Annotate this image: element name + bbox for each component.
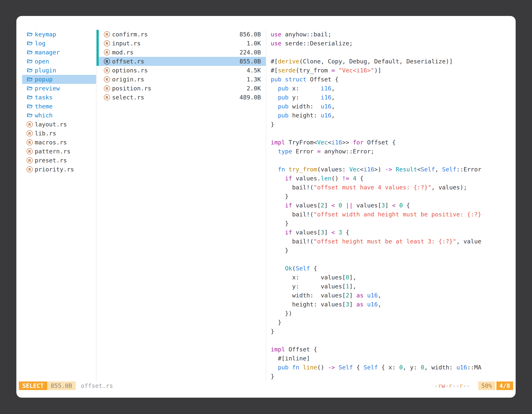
sidebar-item-label: theme (35, 103, 53, 110)
code-line: bail!("offset height must be at least 3:… (271, 237, 516, 246)
selection-marker (96, 48, 99, 57)
file-size: 489.0B (239, 94, 261, 101)
sidebar-item-layout.rs[interactable]: Rlayout.rs (22, 120, 96, 129)
file-name: position.rs (112, 85, 151, 92)
code-line: pub x: i16, (271, 84, 516, 93)
code-line: impl Offset { (271, 345, 516, 354)
status-bar: SELECT 855.0B offset.rs -rw-r--r-- 50% 4… (19, 381, 513, 391)
folder-icon (27, 94, 33, 100)
selection-marker (96, 30, 99, 39)
code-line: x: values[0], (271, 273, 516, 282)
selection-marker (96, 39, 99, 48)
code-line: #[derive(Clone, Copy, Debug, Default, De… (271, 57, 516, 66)
file-name: origin.rs (112, 76, 144, 83)
folder-icon (27, 112, 33, 118)
sidebar-item-label: priority.rs (35, 166, 74, 173)
code-line: if values[2] < 0 || values[3] < 0 { (271, 201, 516, 210)
sidebar-item-label: manager (35, 49, 60, 56)
code-line: } (271, 192, 516, 201)
parent-pane: keymaplogmanageropenpluginpopuppreviewta… (16, 30, 96, 381)
folder-icon (27, 31, 33, 38)
sidebar-item-macros.rs[interactable]: Rmacros.rs (22, 138, 96, 147)
code-line: use anyhow::bail; (271, 30, 516, 39)
file-size: 224.0B (239, 49, 261, 56)
folder-icon (27, 58, 33, 64)
code-line (271, 255, 516, 264)
sidebar-item-manager[interactable]: manager (22, 48, 96, 57)
sidebar-item-keymap[interactable]: keymap (22, 30, 96, 39)
rust-icon: R (104, 76, 110, 82)
preview-pane: use anyhow::bail;use serde::Deserialize;… (266, 30, 516, 381)
code-line (271, 336, 516, 345)
file-row-select.rs[interactable]: Rselect.rs489.0B (96, 93, 266, 102)
sidebar-item-label: log (35, 40, 45, 47)
desktop-background: { "left_pane": { "items": [ {"label":"ke… (0, 0, 532, 414)
sidebar-item-tasks[interactable]: tasks (22, 93, 96, 102)
sidebar-item-label: preview (35, 85, 60, 92)
sidebar-item-plugin[interactable]: plugin (22, 66, 96, 75)
file-row-options.rs[interactable]: Roptions.rs4.5K (96, 66, 266, 75)
code-line: } (271, 327, 516, 336)
sidebar-item-theme[interactable]: theme (22, 102, 96, 111)
selection-marker (96, 57, 99, 66)
mode-badge: SELECT (19, 382, 47, 390)
sidebar-item-open[interactable]: open (22, 57, 96, 66)
sidebar-item-which[interactable]: which (22, 111, 96, 120)
folder-icon (27, 40, 33, 47)
code-line: width: values[2] as u16, (271, 291, 516, 300)
rust-icon: R (27, 148, 33, 154)
file-size: 855.0B (239, 58, 261, 65)
rust-icon: R (27, 121, 33, 127)
code-line: impl TryFrom<Vec<i16>> for Offset { (271, 138, 516, 147)
file-row-offset.rs[interactable]: Roffset.rs855.0B (96, 57, 266, 66)
file-row-mod.rs[interactable]: Rmod.rs224.0B (96, 48, 266, 57)
file-name: confirm.rs (112, 31, 148, 38)
code-line (271, 156, 516, 165)
code-line: pub y: i16, (271, 93, 516, 102)
code-line: } (271, 318, 516, 327)
code-line: } (271, 219, 516, 228)
code-line: pub height: u16, (271, 111, 516, 120)
rust-icon: R (27, 130, 33, 136)
code-line: height: values[3] as u16, (271, 300, 516, 309)
file-name: options.rs (112, 67, 148, 74)
code-line: #[serde(try_from = "Vec<i16>")] (271, 66, 516, 75)
rust-icon: R (104, 40, 110, 47)
file-row-origin.rs[interactable]: Rorigin.rs1.3K (96, 75, 266, 84)
sidebar-item-priority.rs[interactable]: Rpriority.rs (22, 165, 96, 174)
sidebar-item-lib.rs[interactable]: Rlib.rs (22, 129, 96, 138)
sidebar-item-popup[interactable]: popup (22, 75, 96, 84)
file-size: 1.0K (247, 40, 261, 47)
sidebar-item-log[interactable]: log (22, 39, 96, 48)
rust-icon: R (27, 139, 33, 145)
current-pane: Rconfirm.rs856.0BRinput.rs1.0KRmod.rs224… (96, 30, 266, 381)
sidebar-item-label: popup (35, 76, 53, 83)
sidebar-item-label: tasks (35, 94, 53, 101)
folder-icon (27, 85, 33, 91)
file-row-input.rs[interactable]: Rinput.rs1.0K (96, 39, 266, 48)
yazi-window: keymaplogmanageropenpluginpopuppreviewta… (16, 16, 516, 398)
file-size-chip: 855.0B (47, 382, 76, 390)
sidebar-item-label: preset.rs (35, 157, 67, 164)
folder-icon (27, 76, 33, 82)
code-line: Ok(Self { (271, 264, 516, 273)
file-row-confirm.rs[interactable]: Rconfirm.rs856.0B (96, 30, 266, 39)
code-line: #[inline] (271, 354, 516, 363)
rust-icon: R (104, 85, 110, 91)
file-row-position.rs[interactable]: Rposition.rs2.0K (96, 84, 266, 93)
code-line: pub struct Offset { (271, 75, 516, 84)
code-line: pub width: u16, (271, 102, 516, 111)
sidebar-item-label: pattern.rs (35, 148, 71, 155)
rust-icon: R (104, 67, 110, 73)
sidebar-item-preset.rs[interactable]: Rpreset.rs (22, 156, 96, 165)
sidebar-item-label: macros.rs (35, 139, 67, 146)
code-line: } (271, 372, 516, 381)
folder-icon (27, 49, 33, 55)
sidebar-item-pattern.rs[interactable]: Rpattern.rs (22, 147, 96, 156)
sidebar-item-preview[interactable]: preview (22, 84, 96, 93)
file-name: offset.rs (112, 58, 144, 65)
code-line: fn try_from(values: Vec<i16>) -> Result<… (271, 165, 516, 174)
folder-icon (27, 67, 33, 73)
file-name: input.rs (112, 40, 141, 47)
code-line: bail!("offset must have 4 values: {:?}",… (271, 183, 516, 192)
